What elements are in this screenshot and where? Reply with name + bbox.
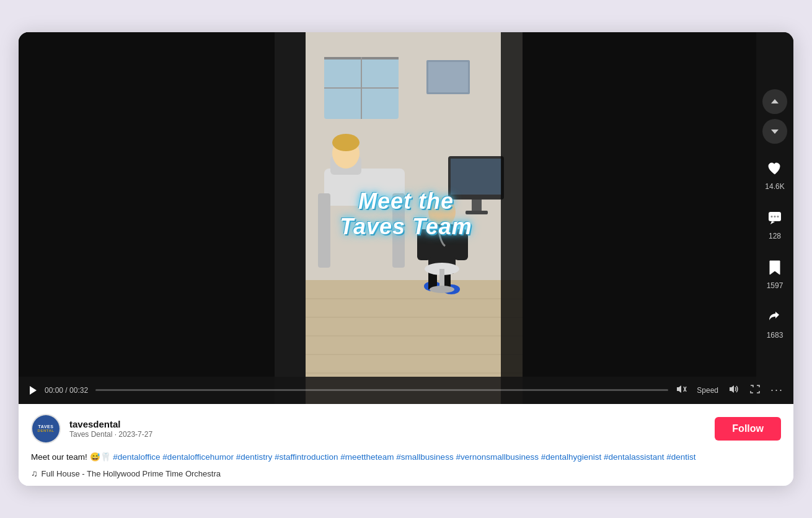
music-line: ♫ Full House - The Hollywood Prime Time … xyxy=(31,468,781,478)
svg-rect-12 xyxy=(428,62,468,92)
caption-text: Meet our team! 😅🦷 xyxy=(31,452,113,462)
avatar-text-bottom: DENTAL xyxy=(38,429,55,432)
mute-icon[interactable] xyxy=(676,384,687,396)
bookmark-icon xyxy=(762,255,787,280)
dental-scene-svg xyxy=(306,32,523,404)
svg-point-33 xyxy=(430,286,454,293)
like-icon xyxy=(762,156,787,181)
controls-bar: 00:00 / 00:32 Speed xyxy=(19,377,793,404)
svg-rect-32 xyxy=(439,269,444,288)
author-meta: Taves Dental · 2023-7-27 xyxy=(69,430,706,439)
right-blur-panel xyxy=(501,32,757,404)
svg-rect-26 xyxy=(454,229,468,260)
svg-point-35 xyxy=(771,216,773,217)
comment-count: 128 xyxy=(769,232,781,240)
svg-rect-19 xyxy=(318,193,330,268)
svg-point-23 xyxy=(428,197,456,227)
svg-point-22 xyxy=(332,134,360,151)
comment-action[interactable]: 128 xyxy=(762,206,787,240)
video-card: Meet the Taves Team xyxy=(19,32,793,486)
svg-rect-16 xyxy=(466,211,488,214)
fullscreen-icon[interactable] xyxy=(749,384,761,396)
control-icons: Speed ··· xyxy=(676,384,783,397)
svg-rect-14 xyxy=(451,159,501,195)
nav-up-button[interactable] xyxy=(762,89,787,114)
volume-icon[interactable] xyxy=(728,384,739,396)
author-username[interactable]: tavesdental xyxy=(69,419,706,429)
author-row: TAVES DENTAL tavesdental Taves Dental · … xyxy=(31,414,781,444)
like-count: 14.6K xyxy=(765,182,784,191)
progress-track[interactable] xyxy=(95,389,668,391)
music-text[interactable]: Full House - The Hollywood Prime Time Or… xyxy=(42,469,221,478)
speed-label[interactable]: Speed xyxy=(697,386,718,395)
video-container[interactable]: Meet the Taves Team xyxy=(19,32,793,404)
left-blur-panel xyxy=(19,32,275,404)
play-button[interactable] xyxy=(29,385,37,395)
nav-down-button[interactable] xyxy=(762,119,787,144)
bookmark-count: 1597 xyxy=(767,281,783,290)
svg-rect-20 xyxy=(392,193,405,268)
share-count: 1683 xyxy=(767,331,783,340)
svg-point-36 xyxy=(774,216,776,217)
comment-icon xyxy=(762,206,787,230)
author-info: tavesdental Taves Dental · 2023-7-27 xyxy=(69,419,706,439)
music-note-icon: ♫ xyxy=(31,468,38,478)
caption-hashtags[interactable]: #dentaloffice #dentalofficehumor #dentis… xyxy=(113,452,695,462)
action-buttons-panel: 14.6K 128 xyxy=(756,32,793,404)
share-action[interactable]: 1683 xyxy=(762,305,787,340)
share-icon xyxy=(762,305,787,330)
svg-point-37 xyxy=(777,216,779,217)
video-frame xyxy=(306,32,523,404)
svg-rect-25 xyxy=(417,229,431,260)
avatar-inner: TAVES DENTAL xyxy=(32,415,60,442)
like-action[interactable]: 14.6K xyxy=(762,156,787,191)
bookmark-action[interactable]: 1597 xyxy=(762,255,787,290)
follow-button[interactable]: Follow xyxy=(715,417,781,441)
more-options-icon[interactable]: ··· xyxy=(770,384,783,397)
info-section: TAVES DENTAL tavesdental Taves Dental · … xyxy=(19,404,793,486)
avatar[interactable]: TAVES DENTAL xyxy=(31,414,61,444)
caption: Meet our team! 😅🦷 #dentaloffice #dentalo… xyxy=(31,451,781,463)
time-display: 00:00 / 00:32 xyxy=(45,386,88,395)
svg-rect-15 xyxy=(472,200,482,212)
avatar-text-top: TAVES xyxy=(38,424,54,429)
